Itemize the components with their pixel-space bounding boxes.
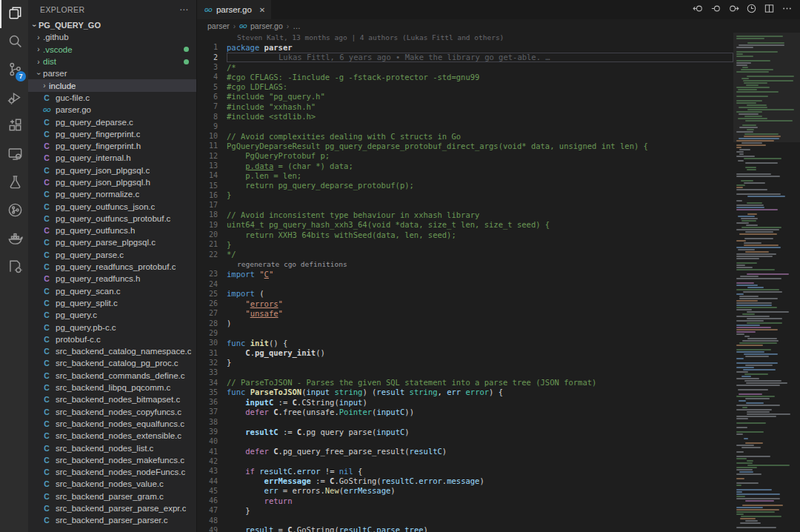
code-line-4[interactable]: 4#cgo CFLAGS: -Iinclude -g -fstack-prote… [197, 72, 733, 82]
activitybar-testing[interactable] [0, 169, 28, 197]
tree-file-pg_query_json_plpgsql.h[interactable]: Cpg_query_json_plpgsql.h [28, 176, 196, 188]
tree-file-src_backend_libpq_pqcomm.c[interactable]: Csrc_backend_libpq_pqcomm.c [28, 382, 196, 393]
code-line-13[interactable]: 13 p.data = (char *) data; [197, 161, 733, 170]
tree-file-pg_query_json_plpgsql.c[interactable]: Cpg_query_json_plpgsql.c [28, 164, 196, 176]
tree-file-pg_query_fingerprint.h[interactable]: Cpg_query_fingerprint.h [28, 140, 196, 152]
codelens-link[interactable]: regenerate cgo definitions [197, 259, 733, 269]
code-line-1[interactable]: 1package parser [197, 42, 733, 52]
code-line-27[interactable]: 27 "unsafe" [197, 308, 733, 318]
activitybar-source-control[interactable]: 7 [0, 56, 28, 84]
tree-file-pg_query_outfuncs_protobuf.c[interactable]: Cpg_query_outfuncs_protobuf.c [28, 213, 196, 225]
code-line-45[interactable]: 45 err = errors.New(errMessage) [197, 486, 733, 496]
tree-file-pg_query_internal.h[interactable]: Cpg_query_internal.h [28, 152, 196, 164]
code-line-6[interactable]: 6#include "pg_query.h" [197, 92, 733, 102]
tree-file-pg_query.pb-c.c[interactable]: Cpg_query.pb-c.c [28, 321, 196, 333]
code-area[interactable]: Steven Kalt, 13 months ago | 4 authors (… [197, 33, 733, 532]
code-line-15[interactable]: 15 return pg_query_deparse_protobuf(p); [197, 180, 733, 190]
tree-file-pg_query_parse.c[interactable]: Cpg_query_parse.c [28, 249, 196, 261]
tree-file-pg_query_readfuncs_protobuf.c[interactable]: Cpg_query_readfuncs_protobuf.c [28, 261, 196, 273]
code-line-49[interactable]: 49 result = C.GoString(resultC.parse_tre… [197, 525, 733, 532]
tree-file-src_backend_nodes_nodeFuncs.c[interactable]: Csrc_backend_nodes_nodeFuncs.c [28, 466, 196, 478]
tree-file-src_backend_nodes_equalfuncs.c[interactable]: Csrc_backend_nodes_equalfuncs.c [28, 418, 196, 430]
tree-folder-parser[interactable]: ›parser [28, 67, 196, 79]
file-history-button[interactable] [744, 2, 759, 17]
breadcrumb-symbol[interactable]: … [293, 21, 301, 30]
code-line-5[interactable]: 5#cgo LDFLAGS: [197, 82, 733, 91]
code-line-12[interactable]: 12 PgQueryProtobuf p; [197, 151, 733, 161]
open-changes-with-previous-revision-button[interactable] [690, 2, 705, 17]
tree-file-parser.go[interactable]: GOparser.go [28, 104, 196, 116]
code-line-2[interactable]: 2Lukas Fittl, 6 years ago • Make the lib… [197, 53, 733, 62]
code-line-40[interactable]: 40 [197, 436, 733, 446]
open-changes-with-next-revision-button[interactable] [726, 2, 741, 17]
code-line-42[interactable]: 42 [197, 456, 733, 466]
code-line-29[interactable]: 29 [197, 328, 733, 338]
tree-file-pg_query_outfuncs_json.c[interactable]: Cpg_query_outfuncs_json.c [28, 200, 196, 212]
breadcrumb-file[interactable]: parser.go [250, 21, 283, 30]
tree-file-protobuf-c.c[interactable]: Cprotobuf-c.c [28, 333, 196, 345]
tree-file-src_backend_nodes_makefuncs.c[interactable]: Csrc_backend_nodes_makefuncs.c [28, 454, 196, 466]
tree-file-src_backend_commands_define.c[interactable]: Csrc_backend_commands_define.c [28, 370, 196, 382]
tree-file-pg_query_outfuncs.h[interactable]: Cpg_query_outfuncs.h [28, 225, 196, 236]
code-line-3[interactable]: 3/* [197, 62, 733, 72]
code-line-9[interactable]: 9 [197, 122, 733, 131]
tree-file-src_backend_parser_parser.c[interactable]: Csrc_backend_parser_parser.c [28, 514, 196, 526]
code-line-39[interactable]: 39 resultC := C.pg_query_parse(inputC) [197, 427, 733, 436]
tree-file-pg_query_scan.c[interactable]: Cpg_query_scan.c [28, 285, 196, 297]
open-changes-button[interactable] [708, 2, 723, 17]
code-line-32[interactable]: 32} [197, 358, 733, 368]
tree-file-pg_query_normalize.c[interactable]: Cpg_query_normalize.c [28, 188, 196, 200]
tree-file-pg_query_split.c[interactable]: Cpg_query_split.c [28, 297, 196, 309]
tab-close-icon[interactable]: ✕ [259, 6, 265, 14]
code-line-38[interactable]: 38 [197, 417, 733, 427]
activitybar-gitlens[interactable] [0, 197, 28, 225]
code-line-33[interactable]: 33 [197, 368, 733, 377]
tree-file-pg_query_fingerprint.c[interactable]: Cpg_query_fingerprint.c [28, 128, 196, 140]
activitybar-remote-explorer[interactable] [0, 141, 28, 169]
code-line-16[interactable]: 16} [197, 190, 733, 200]
tree-file-src_backend_nodes_extensible.c[interactable]: Csrc_backend_nodes_extensible.c [28, 430, 196, 442]
code-line-46[interactable]: 46 return [197, 496, 733, 505]
code-line-41[interactable]: 41 defer C.pg_query_free_parse_result(re… [197, 446, 733, 456]
tree-file-pg_query.c[interactable]: Cpg_query.c [28, 309, 196, 321]
tab-parser-go[interactable]: GO parser.go ✕ [197, 0, 271, 19]
tree-file-src_backend_nodes_value.c[interactable]: Csrc_backend_nodes_value.c [28, 478, 196, 490]
tree-file-pg_query_readfuncs.h[interactable]: Cpg_query_readfuncs.h [28, 273, 196, 285]
code-line-35[interactable]: 35func ParseToJSON(input string) (result… [197, 388, 733, 397]
code-line-48[interactable]: 48 [197, 516, 733, 525]
tree-root-pg_query_go[interactable]: ›PG_QUERY_GO [28, 19, 196, 31]
code-line-7[interactable]: 7#include "xxhash.h" [197, 102, 733, 111]
code-line-31[interactable]: 31 C.pg_query_init() [197, 348, 733, 358]
tree-folder-.github[interactable]: ›.github [28, 31, 196, 43]
code-line-11[interactable]: 11PgQueryDeparseResult pg_query_deparse_… [197, 141, 733, 150]
code-line-44[interactable]: 44 errMessage := C.GoString(resultC.erro… [197, 476, 733, 485]
tree-folder-dist[interactable]: ›dist [28, 56, 196, 67]
activitybar-docker[interactable] [0, 225, 28, 253]
code-line-37[interactable]: 37 defer C.free(unsafe.Pointer(inputC)) [197, 407, 733, 416]
tree-file-guc-file.c[interactable]: Cguc-file.c [28, 92, 196, 104]
tree-file-pg_query_parse_plpgsql.c[interactable]: Cpg_query_parse_plpgsql.c [28, 236, 196, 248]
code-line-23[interactable]: 23import "C" [197, 269, 733, 279]
code-line-47[interactable]: 47 } [197, 505, 733, 515]
editor-pane[interactable]: Steven Kalt, 13 months ago | 4 authors (… [197, 33, 800, 532]
code-line-21[interactable]: 21} [197, 239, 733, 249]
code-line-10[interactable]: 10// Avoid complexities dealing with C s… [197, 131, 733, 141]
code-line-30[interactable]: 30func init() { [197, 338, 733, 348]
activitybar-file-settings[interactable] [0, 253, 28, 282]
tree-file-src_backend_nodes_copyfuncs.c[interactable]: Csrc_backend_nodes_copyfuncs.c [28, 406, 196, 418]
code-line-14[interactable]: 14 p.len = len; [197, 170, 733, 180]
code-line-17[interactable]: 17 [197, 200, 733, 210]
sidebar-more-actions-icon[interactable]: ⋯ [179, 4, 189, 15]
tree-file-src_backend_catalog_namespace.c[interactable]: Csrc_backend_catalog_namespace.c [28, 345, 196, 357]
code-line-34[interactable]: 34// ParseToJSON - Parses the given SQL … [197, 377, 733, 387]
code-line-28[interactable]: 28) [197, 319, 733, 328]
code-line-18[interactable]: 18// Avoid inconsistent type behaviour i… [197, 210, 733, 219]
code-line-19[interactable]: 19uint64_t pg_query_hash_xxh3_64(void *d… [197, 220, 733, 230]
tree-folder-.vscode[interactable]: ›.vscode [28, 44, 196, 56]
code-line-22[interactable]: 22*/ [197, 250, 733, 259]
activitybar-run-debug[interactable] [0, 84, 28, 113]
code-line-25[interactable]: 25import ( [197, 289, 733, 299]
tree-file-src_backend_catalog_pg_proc.c[interactable]: Csrc_backend_catalog_pg_proc.c [28, 357, 196, 369]
code-line-43[interactable]: 43 if resultC.error != nil { [197, 466, 733, 476]
more-actions-button[interactable] [779, 2, 794, 17]
